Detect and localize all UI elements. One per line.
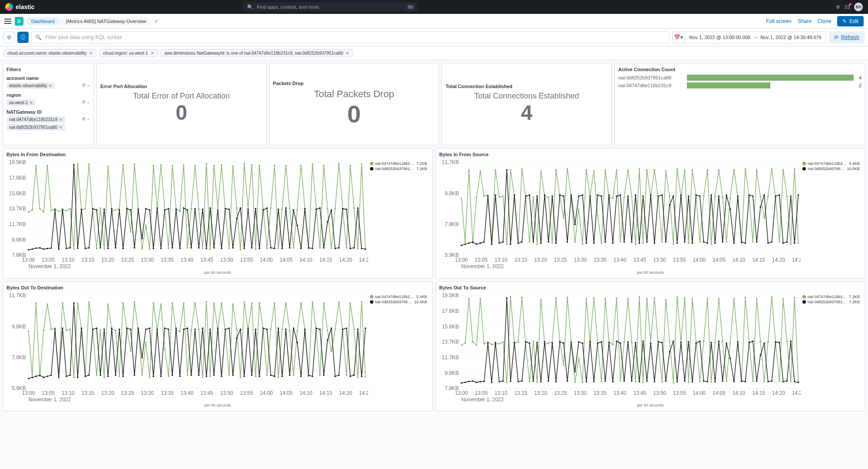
filter-pill[interactable]: cloud.account.name: elastic-observabilit… (3, 49, 96, 57)
nav-toggle-icon[interactable] (4, 19, 11, 24)
svg-point-522 (312, 301, 314, 303)
svg-point-739 (759, 341, 761, 343)
svg-point-447 (28, 331, 30, 332)
legend-item[interactable]: nat-04747d6e118b231…7.2KB (802, 295, 860, 299)
close-icon[interactable]: ✕ (346, 51, 349, 56)
brand-logo[interactable]: elastic (5, 3, 35, 11)
svg-point-608 (297, 341, 298, 343)
global-search[interactable]: 🔍 Find apps, content, and more. ⌘/ (244, 2, 417, 12)
line-chart: 5.9KB7.8KB9.8KB11.7KB13:0013:0513:1013:1… (7, 293, 368, 403)
svg-point-614 (319, 328, 321, 330)
svg-point-61 (134, 164, 135, 165)
svg-point-795 (631, 380, 633, 382)
svg-point-183 (255, 208, 257, 210)
space-badge[interactable]: D (15, 17, 23, 26)
date-picker[interactable]: 📅▾ Nov 1, 2022 @ 13:00:00.000 → Nov 1, 2… (672, 31, 826, 43)
account-label: account name (7, 75, 90, 81)
full-screen-link[interactable]: Full screen (766, 18, 792, 24)
legend-item[interactable]: nat-0d8252b937951c…7.2KB (802, 300, 860, 304)
svg-point-412 (771, 241, 772, 243)
clear-icon[interactable]: ⊘ (82, 99, 86, 104)
clear-icon[interactable]: ⊘ (82, 116, 86, 121)
svg-point-772 (544, 341, 545, 343)
filter-pill[interactable]: cloud.region: us-west-1✕ (99, 49, 158, 57)
svg-point-293 (661, 241, 663, 243)
svg-point-162 (175, 209, 177, 210)
chevron-down-icon[interactable]: ⌄ (86, 116, 90, 121)
svg-point-672 (506, 381, 508, 383)
chevron-down-icon[interactable]: ⌄ (86, 82, 90, 87)
kql-input[interactable]: 🔍 Filter your data using KQL syntax (31, 31, 670, 43)
chart-panel: Bytes In From Destination 7.8KB9.8KB11.7… (3, 148, 433, 279)
svg-point-186 (266, 207, 268, 209)
refresh-button[interactable]: ⟳ Refresh (829, 31, 865, 43)
filter-pill[interactable]: aws.dimensions.NatGatewayId: is one of n… (161, 49, 353, 57)
svg-text:13:35: 13:35 (594, 390, 607, 396)
saved-query-button[interactable]: ⓘ (17, 32, 29, 43)
natgateway-tag[interactable]: nat-0d8252b937951ca80✕ (7, 124, 65, 131)
legend-item[interactable]: nat-04747d6e118b231…7.2KB (370, 161, 427, 166)
clear-icon[interactable]: ⊘ (82, 82, 86, 87)
dataview-button[interactable]: ⊘ (3, 32, 15, 43)
legend-item[interactable]: nat-04747d6e118b231…5.4KB (370, 295, 427, 299)
svg-point-671 (502, 341, 504, 343)
svg-point-818 (718, 340, 719, 342)
active-conn-panel: Active Connection Count nat-0d8252b93795… (614, 63, 865, 145)
svg-point-312 (733, 169, 735, 171)
account-tag[interactable]: elastic-observability✕ (7, 82, 55, 89)
legend-item[interactable]: nat-04747d6e118b231…5.4KB (802, 161, 860, 166)
svg-point-789 (608, 341, 610, 343)
svg-point-200 (319, 207, 321, 209)
svg-text:14:10: 14:10 (732, 390, 745, 396)
svg-text:14:10: 14:10 (300, 257, 313, 263)
share-link[interactable]: Share (798, 18, 812, 24)
svg-point-137 (81, 209, 83, 210)
svg-point-207 (346, 209, 347, 210)
svg-text:14:05: 14:05 (280, 257, 293, 263)
close-icon[interactable]: ✕ (59, 118, 63, 122)
svg-point-96 (266, 248, 268, 249)
svg-point-680 (536, 381, 538, 383)
svg-point-273 (585, 169, 587, 171)
svg-point-564 (130, 328, 132, 330)
svg-point-169 (202, 209, 204, 210)
svg-point-132 (62, 209, 63, 210)
help-icon[interactable]: ⊕ (836, 4, 840, 10)
svg-point-88 (236, 207, 238, 209)
svg-point-480 (153, 302, 155, 304)
close-icon[interactable]: ✕ (59, 125, 63, 130)
svg-point-172 (213, 247, 215, 249)
natgateway-tag[interactable]: nat-04747d6e118b231c9✕ (7, 116, 65, 123)
chevron-down-icon[interactable]: ⌄ (86, 99, 90, 104)
newsfeed-icon[interactable]: 🖂 (845, 4, 850, 10)
svg-point-808 (680, 341, 682, 343)
svg-text:14:05: 14:05 (713, 390, 726, 396)
svg-point-601 (270, 374, 272, 376)
close-icon[interactable]: ✕ (151, 51, 154, 56)
svg-point-345 (517, 243, 519, 244)
svg-point-44 (69, 208, 71, 210)
svg-point-576 (175, 327, 177, 329)
legend-item[interactable]: nat-0d8252b937951c…10.5KB (370, 300, 427, 304)
svg-point-779 (570, 341, 572, 343)
svg-point-784 (589, 340, 591, 342)
svg-point-752 (468, 380, 470, 382)
svg-point-344 (513, 194, 515, 196)
close-icon[interactable]: ✕ (49, 84, 52, 88)
svg-point-410 (763, 194, 765, 196)
svg-point-101 (285, 165, 287, 167)
region-tag[interactable]: us-west-1✕ (7, 99, 36, 106)
svg-text:14:25: 14:25 (359, 390, 368, 396)
close-icon[interactable]: ✕ (30, 101, 33, 105)
legend-item[interactable]: nat-0d8252b937951c…10.5KB (802, 167, 860, 171)
user-avatar[interactable]: BS (854, 3, 863, 11)
svg-text:13:25: 13:25 (121, 257, 134, 263)
breadcrumb-dashboard[interactable]: Dashboard (27, 17, 62, 25)
edit-button[interactable]: ✎ Edit (837, 16, 864, 26)
legend-item[interactable]: nat-0d8252b937951c…7.2KB (370, 167, 427, 171)
clone-link[interactable]: Clone (818, 18, 831, 24)
close-icon[interactable]: ✕ (89, 51, 92, 56)
svg-point-84 (221, 164, 222, 166)
svg-point-474 (130, 350, 132, 352)
svg-point-724 (703, 340, 704, 342)
